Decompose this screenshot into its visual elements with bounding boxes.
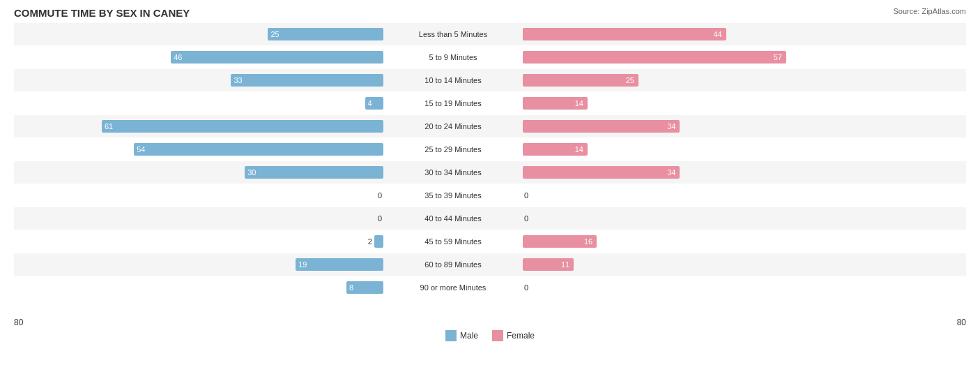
- row-label: 5 to 9 Minutes: [383, 53, 523, 61]
- male-bar: [296, 258, 383, 271]
- male-value: 54: [137, 145, 145, 154]
- right-section: 25: [523, 69, 892, 91]
- male-value: 25: [270, 30, 279, 38]
- table-row: 25Less than 5 Minutes44: [14, 23, 966, 45]
- legend-female: Female: [492, 330, 535, 341]
- female-value: 34: [667, 168, 675, 177]
- female-value: 14: [575, 99, 583, 107]
- chart-title: COMMUTE TIME BY SEX IN CANEY: [14, 7, 966, 19]
- left-section: 4: [14, 92, 383, 114]
- table-row: 3310 to 14 Minutes25: [14, 69, 966, 91]
- row-label: 25 to 29 Minutes: [383, 145, 523, 154]
- left-section: 8: [14, 276, 383, 299]
- female-value: 16: [584, 237, 592, 246]
- right-section: 0: [523, 207, 892, 230]
- row-label: 10 to 14 Minutes: [383, 76, 523, 84]
- table-row: 5425 to 29 Minutes14: [14, 138, 966, 161]
- row-label: 60 to 89 Minutes: [383, 260, 523, 269]
- left-section: 25: [14, 23, 383, 45]
- right-section: 11: [523, 253, 892, 276]
- male-bar: [374, 235, 383, 248]
- table-row: 3030 to 34 Minutes34: [14, 161, 966, 184]
- table-row: 465 to 9 Minutes57: [14, 46, 966, 68]
- female-value: 34: [667, 122, 675, 131]
- male-bar: [171, 51, 383, 64]
- legend-male-label: Male: [460, 331, 478, 341]
- right-section: 34: [523, 161, 892, 184]
- male-value: 0: [378, 191, 382, 200]
- axis-right: 80: [957, 318, 966, 327]
- female-value: 44: [714, 30, 722, 38]
- left-section: 0: [14, 184, 383, 207]
- right-section: 57: [523, 46, 892, 68]
- male-value: 0: [378, 214, 382, 223]
- legend-male-box: [445, 330, 457, 341]
- row-label: 15 to 19 Minutes: [383, 99, 523, 107]
- female-bar: [523, 166, 680, 179]
- chart-container: COMMUTE TIME BY SEX IN CANEY Source: Zip…: [0, 0, 980, 365]
- male-bar: [245, 166, 383, 179]
- male-value: 19: [298, 260, 307, 269]
- female-value: 0: [524, 191, 528, 200]
- row-label: 90 or more Minutes: [383, 283, 523, 292]
- left-section: 46: [14, 46, 383, 68]
- female-value: 14: [575, 145, 583, 154]
- left-section: 33: [14, 69, 383, 91]
- female-value: 11: [561, 260, 569, 269]
- female-value: 57: [774, 53, 782, 61]
- left-section: 19: [14, 253, 383, 276]
- row-label: 30 to 34 Minutes: [383, 168, 523, 177]
- female-value: 25: [626, 76, 634, 84]
- legend-male: Male: [445, 330, 478, 341]
- male-bar: [134, 143, 383, 156]
- left-section: 0: [14, 207, 383, 230]
- table-row: 415 to 19 Minutes14: [14, 92, 966, 114]
- female-value: 0: [524, 214, 528, 223]
- male-value: 2: [368, 237, 372, 246]
- table-row: 040 to 44 Minutes0: [14, 207, 966, 230]
- left-section: 2: [14, 230, 383, 253]
- right-section: 44: [523, 23, 892, 45]
- right-section: 0: [523, 184, 892, 207]
- female-bar: [523, 51, 786, 64]
- row-label: 45 to 59 Minutes: [383, 237, 523, 246]
- table-row: 6120 to 24 Minutes34: [14, 115, 966, 137]
- legend: Male Female: [14, 330, 966, 341]
- axis-left: 80: [14, 318, 23, 327]
- table-row: 245 to 59 Minutes16: [14, 230, 966, 253]
- right-section: 14: [523, 138, 892, 161]
- row-label: Less than 5 Minutes: [383, 30, 523, 38]
- source-label: Source: ZipAtlas.com: [893, 7, 966, 15]
- row-label: 35 to 39 Minutes: [383, 191, 523, 200]
- row-label: 20 to 24 Minutes: [383, 122, 523, 131]
- male-bar: [102, 120, 383, 133]
- female-value: 0: [524, 283, 528, 292]
- legend-female-box: [492, 330, 503, 341]
- male-bar: [231, 74, 383, 87]
- female-bar: [523, 74, 638, 87]
- male-value: 4: [368, 99, 372, 107]
- table-row: 1960 to 89 Minutes11: [14, 253, 966, 276]
- legend-female-label: Female: [507, 331, 535, 341]
- female-bar: [523, 120, 680, 133]
- left-section: 30: [14, 161, 383, 184]
- right-section: 16: [523, 230, 892, 253]
- male-value: 30: [247, 168, 256, 177]
- right-section: 14: [523, 92, 892, 114]
- table-row: 035 to 39 Minutes0: [14, 184, 966, 207]
- left-section: 61: [14, 115, 383, 137]
- row-label: 40 to 44 Minutes: [383, 214, 523, 223]
- axis-labels: 80 80: [14, 318, 966, 327]
- male-value: 46: [174, 53, 182, 61]
- left-section: 54: [14, 138, 383, 161]
- table-row: 890 or more Minutes0: [14, 276, 966, 299]
- right-section: 0: [523, 276, 892, 299]
- chart-area: 25Less than 5 Minutes44465 to 9 Minutes5…: [14, 23, 966, 316]
- female-bar: [523, 28, 726, 40]
- male-bar: [268, 28, 383, 40]
- male-value: 33: [233, 76, 242, 84]
- right-section: 34: [523, 115, 892, 137]
- male-value: 8: [349, 283, 353, 292]
- male-value: 61: [105, 122, 113, 131]
